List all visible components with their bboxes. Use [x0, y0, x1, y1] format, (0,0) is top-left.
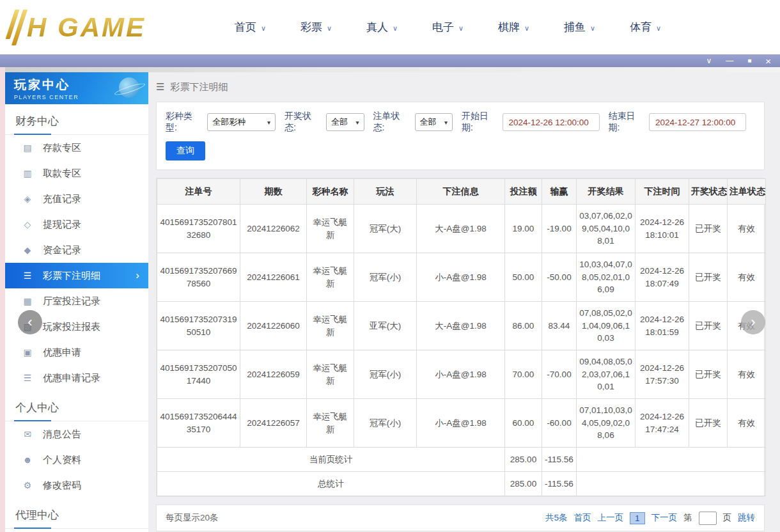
page-size-text: 每页显示20条	[166, 512, 219, 524]
table-cell: 冠军(小)	[354, 253, 417, 302]
chevron-down-icon: ∨	[261, 24, 266, 33]
sidebar-item-lottery-bet-details[interactable]: ☰ 彩票下注明细 ›	[5, 263, 148, 288]
maximize-icon[interactable]: ■	[747, 58, 751, 64]
order-status-select[interactable]: 全部 ▾	[415, 113, 453, 131]
table-cell: 冠军(小)	[354, 399, 417, 448]
bell-icon: ✉	[22, 429, 33, 439]
total-summary-row: 总统计 285.00 -115.56	[157, 472, 766, 496]
prev-page-link[interactable]: 上一页	[597, 512, 623, 524]
column-header: 彩种名称	[307, 179, 354, 205]
sidebar-item-withdrawal-records[interactable]: ◇ 提现记录	[5, 212, 148, 237]
table-cell: 03,07,06,02,09,05,04,10,08,01	[577, 205, 636, 253]
carousel-right-arrow[interactable]: ›	[741, 310, 765, 334]
table-cell: 小-A盘@1.98	[417, 399, 505, 448]
table-cell: 10,03,04,07,08,05,02,01,06,09	[577, 253, 636, 302]
list-icon: ☰	[22, 373, 33, 383]
main-nav: 首页 ∨ 彩票 ∨ 真人 ∨ 电子 ∨ 棋牌 ∨ 捕鱼 ∨ 体育 ∨	[217, 20, 678, 35]
table-cell: 有效	[728, 205, 766, 253]
recharge-icon: ◈	[22, 194, 33, 204]
nav-home[interactable]: 首页 ∨	[217, 20, 283, 35]
gift-icon: ▣	[22, 347, 33, 357]
close-icon[interactable]: ×	[765, 56, 771, 66]
menu-icon[interactable]: ☰	[156, 81, 164, 93]
nav-lottery[interactable]: 彩票 ∨	[283, 20, 349, 35]
summary-empty-cell	[577, 472, 766, 496]
carousel-left-arrow[interactable]: ‹	[18, 310, 42, 334]
query-button[interactable]: 查询	[166, 141, 205, 160]
table-cell: 70.00	[505, 350, 542, 399]
sidebar-item-profile[interactable]: ☻ 个人资料	[5, 447, 148, 473]
sidebar-item-label: 充值记录	[43, 193, 81, 205]
sidebar-item-label: 资金记录	[43, 244, 81, 256]
table-cell: -19.00	[542, 205, 577, 253]
lottery-type-select[interactable]: 全部彩种 ▾	[207, 113, 276, 131]
nav-label: 首页	[235, 20, 256, 35]
sidebar-item-deposit-zone[interactable]: ▤ 存款专区	[5, 135, 148, 160]
page-jump-input[interactable]	[699, 512, 717, 525]
minimize-icon[interactable]: —	[726, 57, 733, 65]
table-cell: 大-A盘@1.98	[417, 302, 505, 350]
chevron-down-icon: ∨	[327, 24, 332, 33]
jump-button[interactable]: 跳转	[738, 512, 755, 524]
sidebar-item-funds-records[interactable]: ◆ 资金记录	[5, 237, 148, 263]
sidebar-header: 玩家中心 PLAYERS CENTER	[5, 72, 148, 104]
sidebar-item-promo-apply[interactable]: ▣ 优惠申请	[5, 340, 148, 365]
chevron-down-icon: ∨	[590, 24, 595, 33]
table-cell: -60.00	[542, 399, 577, 448]
nav-live[interactable]: 真人 ∨	[349, 20, 415, 35]
start-date-input[interactable]	[503, 113, 600, 131]
table-row: 401569173520644435170 20241226057 幸运飞艇新 …	[157, 399, 766, 448]
sidebar-item-recharge-records[interactable]: ◈ 充值记录	[5, 186, 148, 212]
table-cell: 2024-12-26 17:47:24	[636, 399, 689, 448]
section-personal-center: 个人中心	[5, 391, 148, 421]
nav-slots[interactable]: 电子 ∨	[415, 20, 481, 35]
sidebar-item-label: 优惠申请记录	[43, 372, 100, 384]
table-cell: 大-A盘@1.98	[417, 205, 505, 253]
nav-fishing[interactable]: 捕鱼 ∨	[547, 20, 612, 35]
sidebar-item-announcements[interactable]: ✉ 消息公告	[5, 421, 148, 447]
gear-icon: ⚙	[22, 480, 33, 490]
next-page-link[interactable]: 下一页	[651, 512, 678, 524]
sidebar-item-label: 取款专区	[43, 168, 81, 180]
list-icon: ☰	[22, 270, 33, 281]
column-header: 注单状态	[728, 179, 766, 205]
pagination-bar: 每页显示20条 共5条 首页 上一页 1 下一页 第 页 跳转	[156, 505, 765, 531]
table-cell: 冠军(大)	[354, 205, 417, 253]
section-finance-center: 财务中心	[5, 104, 148, 135]
draw-status-label: 开奖状态:	[285, 111, 322, 134]
table-cell: -50.00	[542, 253, 577, 302]
nav-chess[interactable]: 棋牌 ∨	[481, 20, 547, 35]
table-row: 401569173520766978560 20241226061 幸运飞艇新 …	[157, 253, 766, 302]
withdrawal-record-icon: ◇	[22, 219, 33, 230]
nav-sports[interactable]: 体育 ∨	[612, 20, 678, 35]
withdraw-icon: ▥	[22, 168, 33, 178]
end-date-input[interactable]	[649, 113, 746, 131]
sidebar-item-label: 个人资料	[43, 454, 81, 466]
table-cell: 冠军(小)	[354, 350, 417, 399]
column-header: 注单号	[157, 179, 240, 205]
table-cell: 小-A盘@1.98	[417, 350, 505, 399]
section-agent-center: 代理中心	[5, 498, 148, 529]
page-background-strip	[0, 67, 5, 532]
nav-label: 棋牌	[498, 20, 520, 35]
bet-table: 注单号 期数 彩种名称 玩法 下注信息 投注额 输赢 开奖结果 下注时间 开奖状…	[157, 178, 766, 496]
collapse-icon[interactable]: ∨	[706, 57, 712, 65]
table-cell: 亚军(大)	[354, 302, 417, 350]
table-cell: 07,01,10,03,04,05,09,02,08,06	[577, 399, 636, 448]
table-cell: 已开奖	[689, 399, 728, 448]
draw-status-select[interactable]: 全部 ▾	[326, 113, 364, 131]
sidebar-item-withdraw-zone[interactable]: ▥ 取款专区	[5, 160, 148, 186]
column-header: 投注额	[505, 179, 542, 205]
chevron-down-icon: ∨	[656, 24, 661, 33]
table-cell: 幸运飞艇新	[307, 302, 354, 350]
first-page-link[interactable]: 首页	[573, 512, 591, 524]
sidebar-item-label: 彩票下注明细	[43, 270, 100, 282]
table-cell: 07,08,05,02,01,04,09,06,10,03	[577, 302, 636, 350]
current-page[interactable]: 1	[630, 512, 645, 524]
sidebar-item-promo-apply-records[interactable]: ☰ 优惠申请记录	[5, 365, 148, 391]
table-cell: 2024-12-26 18:01:59	[636, 302, 689, 350]
deposit-icon: ▤	[22, 143, 33, 153]
site-logo[interactable]: H GAME	[10, 10, 189, 45]
jump-prefix: 第	[683, 512, 692, 524]
sidebar-item-change-password[interactable]: ⚙ 修改密码	[5, 473, 148, 498]
